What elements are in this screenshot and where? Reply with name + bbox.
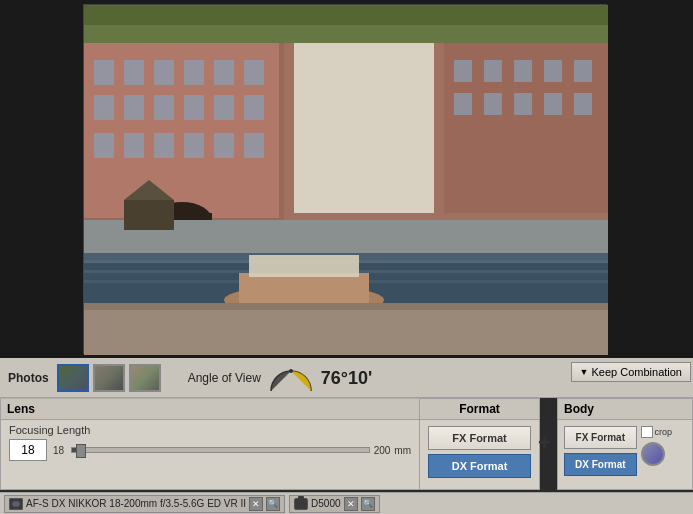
svg-rect-16: [184, 95, 204, 120]
format-label: Format: [459, 402, 500, 416]
camera-status-close-button[interactable]: ✕: [344, 497, 358, 511]
photo-thumb-2[interactable]: [93, 364, 125, 392]
svg-rect-1: [84, 25, 608, 45]
svg-rect-49: [84, 310, 608, 355]
focal-slider-container[interactable]: [71, 442, 370, 458]
format-section-header: Format: [420, 399, 539, 420]
svg-point-50: [289, 369, 293, 373]
focal-slider-handle[interactable]: [76, 444, 86, 458]
lens-dx-format-button[interactable]: DX Format: [428, 454, 531, 478]
body-controls: FX Format DX Format crop: [558, 420, 692, 482]
svg-rect-12: [244, 60, 264, 85]
crop-row-dx: [641, 442, 673, 466]
svg-rect-29: [574, 60, 592, 82]
format-section: Format FX Format DX Format: [420, 398, 540, 490]
angle-value: 76°10': [321, 368, 373, 389]
body-dx-format-button[interactable]: DX Format: [564, 453, 637, 476]
svg-rect-31: [484, 93, 502, 115]
crop-checkbox-fx[interactable]: [641, 426, 653, 438]
svg-rect-45: [249, 255, 359, 277]
body-section-header: Body: [558, 399, 692, 420]
body-title: Body: [564, 402, 594, 416]
lens-title: Lens: [7, 402, 35, 416]
status-bar: AF-S DX NIKKOR 18-200mm f/3.5-5.6G ED VR…: [0, 492, 693, 514]
svg-rect-32: [514, 93, 532, 115]
svg-rect-28: [544, 60, 562, 82]
lens-status-zoom-button[interactable]: 🔍: [266, 497, 280, 511]
svg-rect-30: [454, 93, 472, 115]
svg-rect-18: [244, 95, 264, 120]
angle-of-view-section: Angle of View 76°10': [140, 358, 420, 398]
keep-combination-button[interactable]: ▼ Keep Combination: [571, 362, 691, 382]
svg-rect-27: [514, 60, 532, 82]
svg-rect-10: [184, 60, 204, 85]
lens-section-header: Lens: [1, 399, 419, 420]
focal-unit-label: mm: [394, 445, 411, 456]
svg-rect-7: [94, 60, 114, 85]
keep-combination-label: Keep Combination: [591, 366, 682, 378]
svg-rect-14: [124, 95, 144, 120]
svg-rect-33: [544, 93, 562, 115]
body-format-buttons: FX Format DX Format: [564, 426, 637, 476]
plus-sign: +: [538, 430, 551, 456]
lens-format-buttons: FX Format DX Format: [420, 420, 539, 484]
body-fx-format-button[interactable]: FX Format: [564, 426, 637, 449]
lens-status-item: AF-S DX NIKKOR 18-200mm f/3.5-5.6G ED VR…: [4, 495, 285, 513]
focal-length-input[interactable]: [9, 439, 47, 461]
camera-status-zoom-button[interactable]: 🔍: [361, 497, 375, 511]
image-area: [0, 0, 693, 358]
crop-label-fx: crop: [655, 427, 673, 437]
svg-rect-24: [244, 133, 264, 158]
svg-rect-9: [154, 60, 174, 85]
svg-rect-17: [214, 95, 234, 120]
svg-rect-11: [214, 60, 234, 85]
angle-of-view-label: Angle of View: [188, 371, 261, 385]
svg-rect-25: [454, 60, 472, 82]
lens-status-close-button[interactable]: ✕: [249, 497, 263, 511]
svg-rect-22: [184, 133, 204, 158]
photos-label: Photos: [8, 371, 49, 385]
svg-rect-13: [94, 95, 114, 120]
focusing-length-label: Focusing Length: [9, 424, 411, 436]
svg-rect-44: [239, 273, 369, 303]
svg-rect-5: [294, 43, 434, 213]
body-camera-circle-icon: [641, 442, 665, 466]
svg-rect-46: [124, 200, 174, 230]
lens-icon: [9, 498, 23, 510]
svg-rect-20: [124, 133, 144, 158]
lens-name-text: AF-S DX NIKKOR 18-200mm f/3.5-5.6G ED VR…: [26, 498, 246, 509]
svg-rect-8: [124, 60, 144, 85]
lens-section: Lens Focusing Length 18 200 mm: [0, 398, 420, 490]
photo-content: [84, 5, 606, 353]
svg-rect-23: [214, 133, 234, 158]
lens-controls: Focusing Length 18 200 mm: [1, 420, 419, 465]
main-photo: [83, 4, 607, 354]
crop-controls: crop: [641, 426, 673, 476]
svg-rect-19: [94, 133, 114, 158]
lens-fx-format-button[interactable]: FX Format: [428, 426, 531, 450]
dropdown-arrow-icon: ▼: [580, 367, 589, 377]
focal-max-label: 200: [374, 445, 391, 456]
camera-model-text: D5000: [311, 498, 340, 509]
photo-thumb-1[interactable]: [57, 364, 89, 392]
svg-rect-34: [574, 93, 592, 115]
camera-status-item: D5000 ✕ 🔍: [289, 495, 379, 513]
focal-min-label: 18: [53, 445, 67, 456]
crop-row-fx: crop: [641, 426, 673, 438]
svg-rect-26: [484, 60, 502, 82]
svg-rect-21: [154, 133, 174, 158]
svg-rect-15: [154, 95, 174, 120]
angle-indicator-icon: [269, 361, 313, 395]
camera-icon: [294, 498, 308, 510]
body-section: Body FX Format DX Format crop: [557, 398, 693, 490]
